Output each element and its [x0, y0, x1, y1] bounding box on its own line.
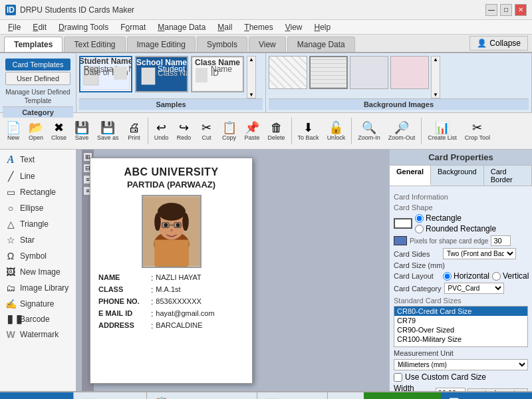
minimize-button[interactable]: —	[485, 4, 497, 16]
size-item-cr90[interactable]: CR90-Over Sized	[394, 325, 527, 334]
send-mail-button[interactable]: 📧 Send Mail	[257, 392, 328, 399]
create-list-icon: 📊	[435, 122, 450, 134]
crop-tool-button[interactable]: ✂ Crop Tool	[462, 120, 493, 143]
card-sides-select[interactable]: Two (Front and Back)	[443, 248, 516, 259]
toolbar-sep-4	[421, 118, 422, 144]
tab-text-editing[interactable]: Text Editing	[64, 37, 125, 52]
card-header: ABC UNIVERSITY PARTIDA (PARWAAZ)	[98, 166, 244, 190]
horizontal-radio-label[interactable]: Horizontal	[443, 271, 489, 281]
menu-mail[interactable]: Mail	[212, 21, 237, 33]
tab-templates[interactable]: Templates	[4, 37, 63, 52]
tool-line[interactable]: ╱ Line	[1, 168, 74, 184]
bg-thumb-2[interactable]	[309, 56, 348, 89]
open-button[interactable]: 📂 Open	[25, 120, 47, 143]
close-toolbar-button[interactable]: ✖ Close	[48, 120, 70, 143]
to-back-button[interactable]: ⬇ To Back	[295, 120, 323, 143]
card-front-button[interactable]: 🪪 Card Front	[0, 392, 74, 399]
rounded-radio[interactable]	[415, 225, 424, 233]
new-button[interactable]: 📄 New	[3, 120, 24, 143]
get-size-button[interactable]: Get size from Printer	[467, 388, 528, 391]
tab-manage-data[interactable]: Manage Data	[287, 37, 355, 52]
card-templates-button[interactable]: Card Templates	[5, 59, 70, 70]
rectangle-radio[interactable]	[415, 214, 424, 223]
props-tab-border[interactable]: Card Border	[484, 166, 532, 186]
create-list-button[interactable]: 📊 Create List	[424, 120, 460, 143]
rectangle-radio-label[interactable]: Rectangle	[415, 213, 496, 223]
props-tab-general[interactable]: General	[390, 166, 431, 186]
save-button[interactable]: 💾 Save	[71, 120, 92, 143]
custom-size-checkbox[interactable]	[394, 373, 402, 382]
vertical-radio-label[interactable]: Vertical	[492, 271, 529, 281]
size-item-cr80[interactable]: CR80-Credit Card Size	[394, 307, 527, 316]
menu-view[interactable]: View	[280, 21, 308, 33]
size-item-cr79[interactable]: CR79	[394, 316, 527, 325]
sample-thumb-2[interactable]: School Name Student Name Class Name	[135, 56, 188, 92]
maximize-button[interactable]: □	[500, 4, 512, 16]
phone-value: 8536XXXXXX	[156, 297, 201, 307]
props-tab-background[interactable]: Background	[431, 166, 484, 186]
redo-button[interactable]: ↪ Redo	[174, 120, 195, 143]
card-batch-button[interactable]: 📊 Card Batch Data	[441, 392, 532, 399]
tool-image-library[interactable]: 🗂 Image Library	[1, 280, 74, 296]
sample-thumb-1[interactable]: Student Name Registration No Date of Bir…	[79, 56, 132, 92]
sample-thumb-3[interactable]: Class Name Name ID	[191, 56, 244, 92]
card-back-button[interactable]: 🪪 Card Back	[74, 392, 146, 399]
size-listbox[interactable]: CR80-Credit Card Size CR79 CR90-Over Siz…	[394, 306, 528, 347]
tool-text[interactable]: A Text	[1, 151, 74, 168]
measurement-select[interactable]: Millimeters (mm)	[394, 359, 528, 370]
cut-button[interactable]: ✂ Cut	[196, 120, 217, 143]
zoom-out-button[interactable]: 🔎 Zoom-Out	[385, 120, 419, 143]
tab-image-editing[interactable]: Image Editing	[127, 37, 196, 52]
tool-ellipse[interactable]: ○ Ellipse	[1, 200, 74, 216]
bg-thumb-3[interactable]	[350, 56, 388, 89]
tab-symbols[interactable]: Symbols	[197, 37, 247, 52]
rounded-radio-label[interactable]: Rounded Rectangle	[415, 224, 496, 233]
toolbar-sep-1	[148, 118, 148, 144]
samples-scrollbar[interactable]: ▲ ▼	[247, 56, 256, 98]
image-library-icon: 🗂	[5, 283, 16, 293]
horizontal-radio[interactable]	[443, 272, 452, 281]
collapse-button[interactable]: 👤 Collapse	[469, 36, 528, 51]
menu-drawing-tools[interactable]: Drawing Tools	[53, 21, 114, 33]
save-as-button[interactable]: 💾 Save as	[94, 120, 122, 143]
print-button[interactable]: 🖨 Print	[124, 120, 145, 143]
tool-signature[interactable]: ✍ Signature	[1, 296, 74, 312]
zoom-in-button[interactable]: 🔍 Zoom-In	[354, 120, 384, 143]
delete-button[interactable]: 🗑 Delete	[265, 120, 289, 143]
manage-template-text: Manage User Defined Template	[5, 86, 70, 106]
width-input[interactable]	[436, 388, 466, 391]
menu-manage-data[interactable]: Manage Data	[152, 21, 211, 33]
copy-button[interactable]: 📋 Copy	[219, 120, 240, 143]
backgrounds-scrollbar[interactable]: ▲ ▼	[431, 56, 440, 98]
phone-label: PHONE NO.	[98, 297, 148, 307]
tool-barcode[interactable]: ▐▌▐▌ Barcode	[1, 312, 74, 327]
print-design-button[interactable]: 🖨 Print Design	[364, 392, 441, 399]
tool-watermark[interactable]: W Watermark	[1, 327, 74, 342]
user-defined-button[interactable]: User Defined	[5, 72, 70, 85]
tool-star[interactable]: ☆ Star	[1, 232, 74, 248]
bg-thumb-4[interactable]	[390, 56, 429, 89]
paste-button[interactable]: 📌 Paste	[241, 120, 263, 143]
tool-symbol[interactable]: Ω Symbol	[1, 248, 74, 264]
card-info-title: Card Information	[394, 193, 528, 201]
menu-file[interactable]: File	[3, 21, 26, 33]
menu-edit[interactable]: Edit	[27, 21, 52, 33]
card-category-select[interactable]: PVC_Card	[444, 283, 504, 294]
unlock-button[interactable]: 🔓 Unlock	[324, 120, 349, 143]
size-item-cr100[interactable]: CR100-Military Size	[394, 334, 527, 344]
menu-themes[interactable]: Themes	[239, 21, 278, 33]
toolbar-sep-3	[351, 118, 352, 144]
close-button[interactable]: ✕	[515, 4, 527, 16]
svg-rect-20	[154, 239, 189, 266]
undo-button[interactable]: ↩ Undo	[151, 120, 172, 143]
copy-design-button[interactable]: 📋 Copy current design	[147, 392, 258, 399]
tool-new-image[interactable]: 🖼 New Image	[1, 264, 74, 280]
pixels-input[interactable]	[491, 235, 511, 246]
bg-thumb-1[interactable]	[269, 56, 307, 89]
tool-rectangle[interactable]: ▭ Rectangle	[1, 184, 74, 200]
tool-triangle[interactable]: △ Triangle	[1, 216, 74, 232]
menu-format[interactable]: Format	[115, 21, 151, 33]
vertical-radio[interactable]	[492, 272, 501, 281]
tab-view[interactable]: View	[249, 37, 286, 52]
menu-help[interactable]: Help	[309, 21, 336, 33]
